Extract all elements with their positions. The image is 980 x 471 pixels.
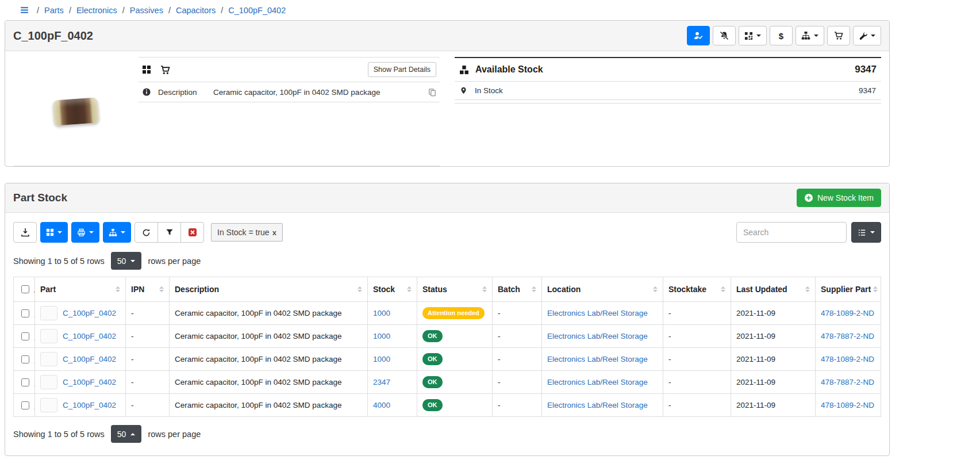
clear-filters-button[interactable] bbox=[180, 222, 204, 243]
column-header-batch[interactable]: Batch bbox=[493, 277, 542, 302]
part-link[interactable]: C_100pF_0402 bbox=[63, 332, 116, 340]
column-header-stocktake[interactable]: Stocktake bbox=[663, 277, 731, 302]
search-input[interactable] bbox=[736, 222, 847, 243]
row-select-checkbox[interactable] bbox=[21, 378, 29, 386]
breadcrumb-separator: / bbox=[168, 6, 171, 15]
table-row[interactable]: C_100pF_0402 - Ceramic capacitor, 100pF … bbox=[14, 302, 881, 325]
part-cell: C_100pF_0402 bbox=[35, 348, 126, 371]
pricing-button[interactable]: $ bbox=[770, 26, 793, 45]
part-stock-body: In Stock = true x Showing 1 to 5 of 5 ro… bbox=[5, 213, 889, 455]
row-select-checkbox[interactable] bbox=[21, 332, 29, 340]
page-size-dropdown[interactable]: 50 bbox=[111, 252, 142, 270]
location-link[interactable]: Electronics Lab/Reel Storage bbox=[547, 378, 648, 386]
filter-button[interactable] bbox=[157, 222, 181, 243]
capacitor-thumb-image bbox=[42, 309, 56, 317]
stock-options-dropdown[interactable] bbox=[103, 222, 131, 243]
table-row[interactable]: C_100pF_0402 - Ceramic capacitor, 100pF … bbox=[14, 394, 881, 417]
stock-quantity-link[interactable]: 1000 bbox=[373, 332, 390, 340]
page-size-dropdown[interactable]: 50 bbox=[111, 425, 142, 443]
grid-icon[interactable] bbox=[142, 65, 151, 74]
sort-icon bbox=[482, 286, 487, 292]
new-stock-item-button[interactable]: New Stock Item bbox=[797, 189, 881, 207]
breadcrumb-link-passives[interactable]: Passives bbox=[130, 6, 163, 15]
supplier-part-link[interactable]: 478-7887-2-ND bbox=[821, 332, 874, 340]
part-link[interactable]: C_100pF_0402 bbox=[63, 309, 116, 317]
row-select-checkbox[interactable] bbox=[21, 309, 29, 317]
breadcrumb-separator: / bbox=[37, 6, 39, 15]
location-link[interactable]: Electronics Lab/Reel Storage bbox=[547, 332, 648, 340]
stock-actions-dropdown[interactable] bbox=[795, 26, 824, 45]
supplier-part-link[interactable]: 478-1089-2-ND bbox=[821, 401, 874, 409]
bell-slash-icon bbox=[720, 31, 729, 40]
location-link[interactable]: Electronics Lab/Reel Storage bbox=[547, 309, 648, 317]
part-stock-header: Part Stock New Stock Item bbox=[5, 183, 889, 213]
column-header-supplier-part[interactable]: Supplier Part bbox=[816, 277, 881, 302]
part-image[interactable] bbox=[13, 57, 139, 166]
column-header-last-updated[interactable]: Last Updated bbox=[731, 277, 816, 302]
filter-button-group bbox=[134, 222, 204, 243]
part-link[interactable]: C_100pF_0402 bbox=[63, 378, 116, 386]
location-link[interactable]: Electronics Lab/Reel Storage bbox=[547, 401, 648, 409]
menu-icon[interactable] bbox=[20, 5, 32, 15]
location-cell: Electronics Lab/Reel Storage bbox=[542, 371, 663, 394]
notifications-off-button[interactable] bbox=[713, 26, 736, 45]
status-badge: OK bbox=[422, 399, 443, 411]
part-cell: C_100pF_0402 bbox=[35, 394, 126, 417]
supplier-part-link[interactable]: 478-7887-2-ND bbox=[821, 378, 874, 386]
breadcrumb-separator: / bbox=[221, 6, 223, 15]
copy-icon[interactable] bbox=[428, 88, 436, 97]
column-header-status[interactable]: Status bbox=[417, 277, 493, 302]
part-link[interactable]: C_100pF_0402 bbox=[63, 401, 116, 409]
supplier-part-link[interactable]: 478-1089-2-ND bbox=[821, 309, 874, 317]
select-all-checkbox[interactable] bbox=[21, 285, 29, 293]
order-part-button[interactable] bbox=[827, 26, 850, 45]
chevron-down-icon bbox=[870, 231, 875, 233]
breadcrumb-link-parts[interactable]: Parts bbox=[44, 6, 64, 15]
show-part-details-button[interactable]: Show Part Details bbox=[368, 62, 436, 77]
chevron-up-icon bbox=[130, 433, 135, 435]
breadcrumb-separator: / bbox=[69, 6, 71, 15]
table-row[interactable]: C_100pF_0402 - Ceramic capacitor, 100pF … bbox=[14, 325, 881, 348]
remove-filter-icon[interactable]: x bbox=[272, 228, 276, 237]
table-row[interactable]: C_100pF_0402 - Ceramic capacitor, 100pF … bbox=[14, 371, 881, 394]
stock-quantity-link[interactable]: 1000 bbox=[373, 309, 390, 317]
column-header-part[interactable]: Part bbox=[35, 277, 126, 302]
column-header-stock[interactable]: Stock bbox=[368, 277, 417, 302]
batch-cell: - bbox=[493, 371, 542, 394]
stock-quantity-link[interactable]: 2347 bbox=[373, 378, 390, 386]
location-cell: Electronics Lab/Reel Storage bbox=[542, 302, 663, 325]
refresh-button[interactable] bbox=[134, 222, 158, 243]
row-select-checkbox[interactable] bbox=[21, 355, 29, 363]
print-actions-dropdown[interactable] bbox=[71, 222, 99, 243]
breadcrumb-link-capacitors[interactable]: Capacitors bbox=[176, 6, 216, 15]
column-header-ipn[interactable]: IPN bbox=[126, 277, 170, 302]
column-label: Status bbox=[422, 285, 447, 294]
new-stock-item-label: New Stock Item bbox=[817, 193, 874, 202]
column-header-location[interactable]: Location bbox=[542, 277, 663, 302]
export-button[interactable] bbox=[13, 222, 37, 243]
breadcrumb-link-current-part[interactable]: C_100pF_0402 bbox=[228, 6, 286, 15]
grid-icon bbox=[46, 228, 54, 236]
part-details-table: Show Part Details Description Ceramic ca… bbox=[139, 57, 440, 166]
location-link[interactable]: Electronics Lab/Reel Storage bbox=[547, 355, 648, 363]
stock-quantity-link[interactable]: 1000 bbox=[373, 355, 390, 363]
row-select-checkbox[interactable] bbox=[21, 401, 29, 409]
stock-quantity-link[interactable]: 4000 bbox=[373, 401, 390, 409]
column-header-description[interactable]: Description bbox=[170, 277, 368, 302]
part-link[interactable]: C_100pF_0402 bbox=[63, 355, 116, 363]
column-label: Batch bbox=[498, 285, 520, 294]
supplier-part-link[interactable]: 478-1089-2-ND bbox=[821, 355, 874, 363]
last-updated-cell: 2021-11-09 bbox=[731, 325, 816, 348]
column-toggle-dropdown[interactable] bbox=[851, 222, 881, 243]
column-label: Stocktake bbox=[668, 285, 706, 294]
barcode-options-dropdown[interactable] bbox=[40, 222, 68, 243]
rows-per-page-label: rows per page bbox=[148, 430, 201, 439]
description-cell: Ceramic capacitor, 100pF in 0402 SMD pac… bbox=[170, 302, 368, 325]
available-stock-label: Available Stock bbox=[475, 64, 543, 75]
cart-icon[interactable] bbox=[160, 65, 170, 75]
part-actions-dropdown[interactable] bbox=[853, 26, 881, 45]
breadcrumb-link-electronics[interactable]: Electronics bbox=[76, 6, 117, 15]
subscribe-button[interactable] bbox=[687, 26, 710, 45]
table-row[interactable]: C_100pF_0402 - Ceramic capacitor, 100pF … bbox=[14, 348, 881, 371]
barcode-actions-dropdown[interactable] bbox=[739, 26, 767, 45]
